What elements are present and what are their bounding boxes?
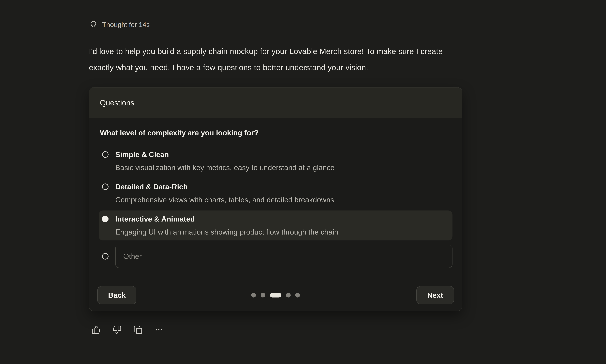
option-interactive-animated[interactable]: Interactive & Animated Engaging UI with … xyxy=(99,210,453,240)
card-title: Questions xyxy=(100,98,134,107)
lightbulb-icon xyxy=(89,20,98,29)
radio-unselected-icon[interactable] xyxy=(102,183,108,190)
thumbs-down-button[interactable] xyxy=(112,325,121,334)
option-title: Simple & Clean xyxy=(115,150,453,159)
option-other[interactable] xyxy=(99,245,453,268)
more-options-button[interactable] xyxy=(154,325,163,334)
option-detailed-data-rich[interactable]: Detailed & Data-Rich Comprehensive views… xyxy=(99,178,453,208)
option-simple-clean[interactable]: Simple & Clean Basic visualization with … xyxy=(99,146,453,176)
question-text: What level of complexity are you looking… xyxy=(100,128,451,137)
thumbs-up-icon xyxy=(92,325,101,334)
next-button[interactable]: Next xyxy=(417,286,454,304)
step-dot-4 xyxy=(286,293,291,298)
step-dot-5 xyxy=(295,293,300,298)
step-dot-1 xyxy=(251,293,256,298)
thumbs-down-icon xyxy=(112,325,121,334)
chat-panel: { "thought": { "label": "Thought for 14s… xyxy=(0,0,606,364)
step-progress-dots xyxy=(251,293,300,298)
copy-button[interactable] xyxy=(134,325,143,334)
option-description: Basic visualization with key metrics, ea… xyxy=(115,163,453,172)
option-description: Comprehensive views with charts, tables,… xyxy=(115,195,453,204)
message-actions xyxy=(92,325,163,334)
copy-icon xyxy=(134,325,143,334)
radio-unselected-icon[interactable] xyxy=(102,253,108,260)
message-line-2: exactly what you need, I have a few ques… xyxy=(89,59,443,76)
option-description: Engaging UI with animations showing prod… xyxy=(115,227,453,236)
radio-selected-icon[interactable] xyxy=(102,216,108,222)
thought-label: Thought for 14s xyxy=(102,21,150,28)
assistant-message: I'd love to help you build a supply chai… xyxy=(89,43,443,76)
questions-card-header: Questions xyxy=(89,88,462,118)
option-title: Interactive & Animated xyxy=(115,214,453,223)
questions-card: Questions What level of complexity are y… xyxy=(89,87,462,311)
back-button[interactable]: Back xyxy=(97,286,136,304)
thought-summary-toggle[interactable]: Thought for 14s xyxy=(89,20,150,29)
more-options-icon xyxy=(154,325,163,334)
message-line-1: I'd love to help you build a supply chai… xyxy=(89,43,443,59)
options-list: Simple & Clean Basic visualization with … xyxy=(100,146,451,240)
questions-card-footer: Back Next xyxy=(89,279,462,311)
thumbs-up-button[interactable] xyxy=(92,325,101,334)
questions-card-body: What level of complexity are you looking… xyxy=(89,118,462,279)
step-dot-3-active xyxy=(270,293,281,298)
radio-unselected-icon[interactable] xyxy=(102,151,108,158)
other-option-input[interactable] xyxy=(115,245,453,268)
option-title: Detailed & Data-Rich xyxy=(115,182,453,191)
step-dot-2 xyxy=(261,293,265,298)
